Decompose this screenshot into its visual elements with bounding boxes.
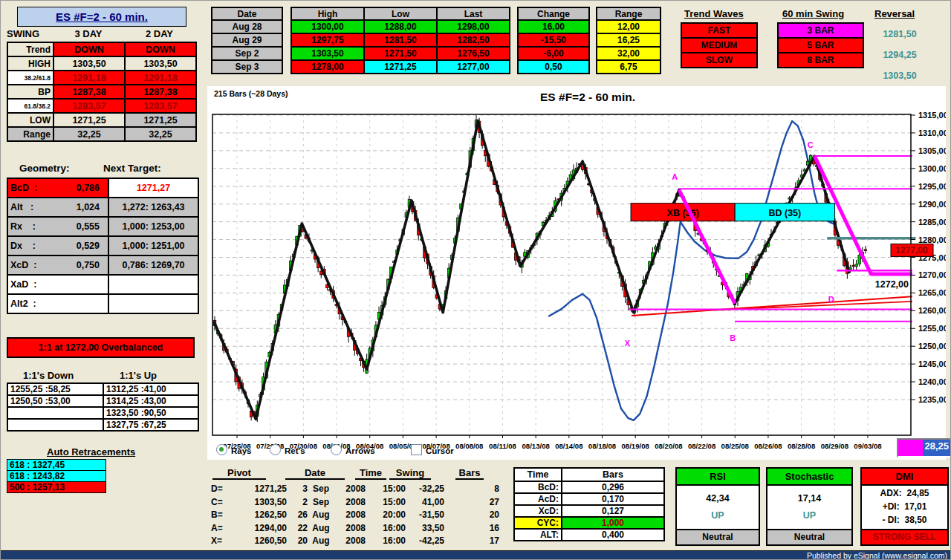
table-cell: 1271,25 bbox=[53, 113, 125, 127]
price-chart[interactable]: 07/25/0807/29/0807/30/0808/01/0808/04/08… bbox=[207, 86, 946, 460]
svg-text:1280,00: 1280,00 bbox=[918, 235, 946, 244]
geometry-table: BcD :0,7861271,27Alt :1,0241,272: 1263,4… bbox=[7, 178, 199, 314]
cursor-checkbox[interactable]: Cursor bbox=[411, 443, 454, 457]
table-row: 12,00 bbox=[597, 20, 660, 33]
indicator-status: Neutral bbox=[677, 529, 759, 544]
table-row: 8 BAR bbox=[778, 53, 863, 68]
table-cell: LOW bbox=[7, 113, 53, 127]
indicator-direction: UP bbox=[677, 504, 759, 521]
table-cell: 1,000: 1251,00 bbox=[108, 236, 198, 255]
pivot-time: 20:00 bbox=[366, 509, 406, 520]
table-cell: 500 : 1257,13 bbox=[7, 482, 106, 493]
indicator-direction: UP bbox=[767, 504, 851, 521]
table-cell bbox=[7, 407, 103, 419]
table-cell: 1312,25 :41,00 bbox=[103, 383, 198, 395]
table-row: BcD :0,7861271,27 bbox=[7, 178, 198, 198]
svg-text:215 Bars (~28 Days): 215 Bars (~28 Days) bbox=[214, 89, 288, 98]
chart-panel: 07/25/0807/29/0807/30/0808/01/0808/04/08… bbox=[207, 86, 946, 460]
swing-header-label: SWING bbox=[7, 28, 53, 39]
swing-table: TrendDOWNDOWNHIGH1303,501303,5038.2/61.8… bbox=[7, 42, 197, 142]
svg-text:C: C bbox=[808, 140, 814, 149]
pivot-year: 2008 bbox=[334, 497, 366, 507]
table-cell: 38.2/61.8 bbox=[7, 71, 53, 85]
symbol-title: ES #F=2 - 60 min. bbox=[17, 7, 186, 27]
table-cell: 32,25 bbox=[53, 127, 125, 141]
pivot-id: D= bbox=[211, 484, 235, 494]
table-cell: 16,00 bbox=[518, 20, 589, 33]
table-cell: 1287,38 bbox=[125, 85, 196, 99]
svg-text:1250,00: 1250,00 bbox=[918, 342, 946, 351]
table-row: Rx :0,5551,000: 1253,00 bbox=[7, 217, 198, 236]
table-row: Alt2 : bbox=[7, 294, 198, 313]
pivot-row: D=1271,253Sep200815:00-32,258 bbox=[211, 484, 499, 494]
indicator-body: ADX: 24,85+DI: 17,01- DI: 38,50 bbox=[862, 486, 947, 529]
radio-icon[interactable] bbox=[270, 444, 281, 455]
pivot-bars: 20 bbox=[444, 509, 499, 520]
radio-option-rets[interactable]: Ret's bbox=[270, 443, 305, 457]
table-cell: High bbox=[291, 7, 364, 20]
swing-size-input[interactable]: 28,25 bbox=[897, 438, 951, 458]
table-row: Aug 29 bbox=[212, 33, 282, 47]
pivot-row: B=1262,5026Aug200820:00-31,5020 bbox=[211, 509, 499, 520]
swing-size-value[interactable]: 28,25 bbox=[923, 440, 951, 456]
table-cell: XcD: bbox=[514, 505, 562, 517]
pivot-time: 15:00 bbox=[366, 484, 406, 494]
svg-text:08/11/08: 08/11/08 bbox=[489, 442, 516, 450]
svg-text:08/29/08: 08/29/08 bbox=[821, 442, 849, 450]
pivot-price: 1260,50 bbox=[235, 535, 287, 546]
table-cell: 1300,00 bbox=[291, 20, 364, 33]
pivot-header: Pivot bbox=[212, 467, 266, 480]
table-cell: Dx :0,529 bbox=[7, 236, 108, 255]
table: 618 : 1327,45618 : 1243,82500 : 1257,13 bbox=[7, 459, 106, 493]
table-cell: DOWN bbox=[125, 42, 196, 56]
table-cell: 6,75 bbox=[597, 60, 660, 74]
indicator-status: STRONG SELL bbox=[862, 529, 947, 544]
table-cell: 0,400 bbox=[562, 529, 664, 541]
table-cell: 1276,50 bbox=[437, 47, 510, 60]
reversal-title: Reversal bbox=[874, 8, 915, 19]
table-cell: 61.8/38.2 bbox=[7, 99, 53, 113]
table-cell: ALT: bbox=[514, 529, 562, 541]
svg-text:1255,00: 1255,00 bbox=[918, 324, 946, 333]
published-bar: Published by eSignal (www.esignal.com) bbox=[1, 550, 951, 560]
svg-text:X: X bbox=[625, 339, 631, 348]
table-row: Range bbox=[597, 7, 660, 20]
table-cell: 16,25 bbox=[597, 33, 660, 47]
table-row: HighLowLast bbox=[291, 7, 510, 20]
pivot-year: 2008 bbox=[334, 535, 366, 546]
table-row: Dx :0,5291,000: 1251,00 bbox=[7, 236, 198, 255]
svg-text:08/08/08: 08/08/08 bbox=[455, 442, 484, 450]
reversal-value: 1281,50 bbox=[869, 25, 931, 46]
table-cell: 1303,50 bbox=[125, 56, 196, 71]
pivot-header: Time bbox=[355, 467, 386, 480]
table-cell: Sep 2 bbox=[212, 47, 282, 60]
pivot-time: 15:00 bbox=[366, 497, 406, 507]
table-row: AcD:0,170 bbox=[514, 493, 664, 505]
table-cell: AcD: bbox=[514, 493, 562, 505]
table-cell: FAST bbox=[681, 23, 757, 38]
pivot-bars: 16 bbox=[444, 523, 499, 533]
radio-option-rays[interactable]: Rays bbox=[216, 443, 252, 457]
swing-header-2day: 2 DAY bbox=[124, 28, 195, 39]
table-cell: 1323,50 :90,50 bbox=[103, 407, 198, 419]
table-row: 1300,001288,001298,00 bbox=[291, 20, 510, 33]
table-cell: 1281,50 bbox=[364, 33, 437, 47]
table-row: 3 BAR bbox=[778, 23, 863, 38]
table-cell: 1250,50 :53,00 bbox=[7, 395, 103, 407]
checkbox-icon[interactable] bbox=[411, 444, 422, 455]
svg-text:1305,00: 1305,00 bbox=[918, 146, 946, 155]
table-row: 1278,001271,251277,00 bbox=[291, 60, 510, 74]
radio-icon[interactable] bbox=[331, 444, 342, 455]
table: Change16,00-15,50-6,000,50 bbox=[517, 7, 590, 74]
svg-text:1295,00: 1295,00 bbox=[918, 182, 946, 191]
reversal-list: 1281,501294,251303,50 bbox=[869, 25, 931, 88]
pivot-month: Aug bbox=[308, 523, 334, 533]
one-to-one-down-title: 1:1's Down bbox=[23, 370, 74, 381]
radio-icon[interactable] bbox=[216, 444, 227, 455]
pivot-id: B= bbox=[211, 509, 235, 520]
pivot-time: 16:00 bbox=[366, 523, 406, 533]
radio-label: Rays bbox=[231, 446, 252, 455]
pivot-swing: -31,50 bbox=[406, 509, 444, 520]
radio-option-arrows[interactable]: Arrows bbox=[331, 443, 375, 457]
table-cell: 1,000: 1253,00 bbox=[108, 217, 198, 236]
